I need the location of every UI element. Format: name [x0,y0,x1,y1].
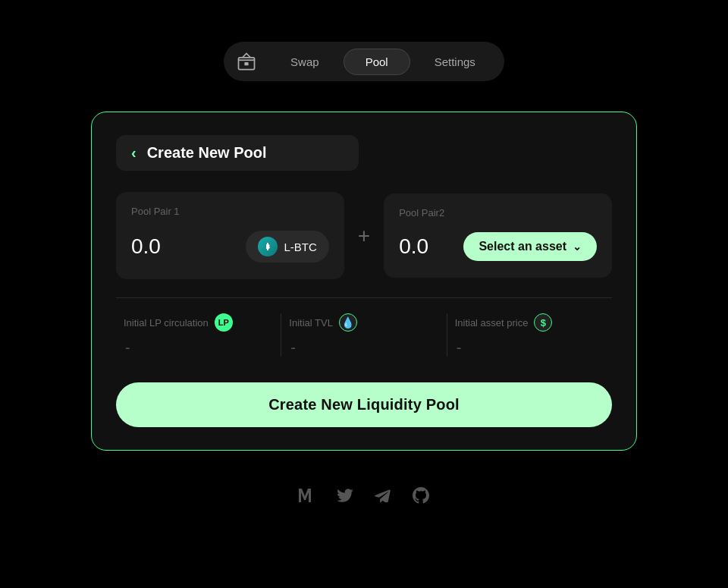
app-icon [231,46,262,77]
stat-price: Initial asset price $ - [447,313,612,357]
pair1-content: 0.0 L-BTC [131,231,329,263]
pool-pair-2-card: Pool Pair2 0.0 Select an asset ⌄ [384,193,612,278]
tab-settings[interactable]: Settings [413,49,497,74]
select-asset-label: Select an asset [479,240,566,253]
lbtc-icon [258,237,278,256]
medium-icon[interactable] [299,489,315,506]
stat-lp: Initial LP circulation LP - [116,313,281,357]
tab-swap[interactable]: Swap [269,49,340,74]
price-stat-label: Initial asset price [455,317,529,329]
pool-pair-1-card: Pool Pair 1 0.0 L-BTC [116,192,344,279]
create-pool-button[interactable]: Create New Liquidity Pool [116,382,612,427]
main-card: ‹ Create New Pool Pool Pair 1 0.0 L-BTC [91,112,637,451]
footer [299,487,429,508]
pair1-value: 0.0 [131,234,161,259]
lp-icon: LP [215,313,233,332]
github-icon[interactable] [413,487,429,508]
lbtc-asset-badge[interactable]: L-BTC [246,231,328,263]
telegram-icon[interactable] [375,489,391,506]
twitter-icon[interactable] [337,489,353,506]
dollar-icon: $ [534,313,552,332]
tvl-icon: 💧 [339,313,357,332]
price-stat-value: - [455,339,462,357]
chevron-down-icon: ⌄ [573,241,582,253]
stat-tvl: Initial TVL 💧 - [281,313,446,357]
lp-stat-value: - [124,339,130,357]
pair2-label: Pool Pair2 [399,207,597,219]
tab-pool[interactable]: Pool [344,49,410,75]
tvl-stat-value: - [289,339,296,357]
nav-bar: Swap Pool Settings [224,42,504,81]
svg-rect-1 [244,62,248,65]
stats-row: Initial LP circulation LP - Initial TVL … [116,297,612,360]
pair2-content: 0.0 Select an asset ⌄ [399,232,597,261]
select-asset-button[interactable]: Select an asset ⌄ [463,232,597,261]
back-arrow-icon: ‹ [131,144,136,162]
lbtc-label: L-BTC [284,241,316,253]
pairs-row: Pool Pair 1 0.0 L-BTC + P [116,192,612,279]
plus-icon: + [358,224,370,248]
page-title: Create New Pool [147,144,267,162]
back-button[interactable]: ‹ Create New Pool [116,135,359,171]
pair1-label: Pool Pair 1 [131,206,329,217]
lp-stat-label: Initial LP circulation [124,317,209,329]
tvl-stat-label: Initial TVL [289,317,333,329]
pair2-value: 0.0 [399,234,428,259]
